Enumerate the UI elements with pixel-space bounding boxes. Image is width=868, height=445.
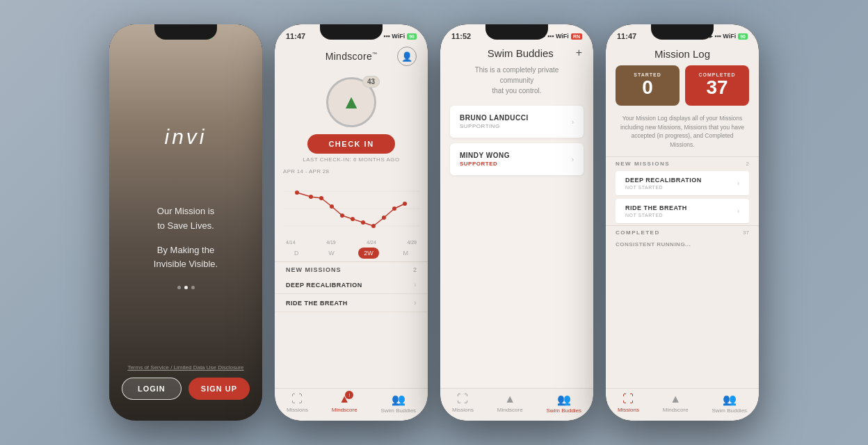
dot-1 bbox=[177, 286, 181, 289]
mission-item-2[interactable]: RIDE THE BREATH › bbox=[275, 294, 428, 312]
started-stat: STARTED 0 bbox=[616, 65, 680, 106]
tab-missions-3[interactable]: ⛶ Missions bbox=[452, 393, 474, 414]
buddy-card-2[interactable]: MINDY WONG SUPPORTED › bbox=[450, 143, 584, 175]
time-3: 11:52 bbox=[451, 32, 471, 40]
missions-icon-3: ⛶ bbox=[457, 393, 468, 405]
buddy-name-1: BRUNO LANDUCCI bbox=[460, 114, 529, 122]
svg-point-8 bbox=[351, 217, 355, 221]
bottom-tab-bar-4: ⛶ Missions ▲ Mindscore 👥 Swim Buddies bbox=[606, 388, 759, 421]
checkin-area: ▲ 43 CHECK IN LAST CHECK-IN: 6 MONTHS AG… bbox=[275, 70, 428, 168]
swim-spacer bbox=[440, 178, 593, 388]
battery-4: 90 bbox=[738, 33, 748, 40]
login-button[interactable]: LOGIN bbox=[122, 378, 182, 400]
started-label: STARTED bbox=[624, 72, 671, 77]
time-4: 11:47 bbox=[617, 32, 636, 40]
completed-section: COMPLETED 37 bbox=[606, 225, 759, 238]
period-d[interactable]: D bbox=[289, 248, 305, 259]
period-w[interactable]: W bbox=[323, 248, 340, 259]
tab-mindscore-4[interactable]: ▲ Mindscore bbox=[663, 393, 689, 414]
notch-2 bbox=[320, 24, 383, 40]
tab-swimbuddies-2[interactable]: 👥 Swim Buddies bbox=[380, 393, 416, 414]
completed-section-count: 37 bbox=[743, 229, 749, 236]
log-item-status-1: NOT STARTED bbox=[625, 185, 702, 190]
mindscore-title: Mindscore™ bbox=[326, 51, 378, 62]
svg-point-6 bbox=[330, 204, 334, 209]
mindscore-icon-3: ▲ bbox=[504, 393, 515, 405]
completed-value: 37 bbox=[693, 77, 741, 99]
log-item-status-2: NOT STARTED bbox=[625, 213, 687, 218]
page-dots bbox=[177, 286, 195, 289]
chart-svg bbox=[283, 177, 419, 240]
bottom-tab-bar-2: ⛶ Missions ▲ ! Mindscore 👥 Swim Buddies bbox=[275, 388, 428, 421]
add-buddy-button[interactable]: + bbox=[576, 47, 582, 59]
period-2w[interactable]: 2W bbox=[358, 248, 379, 259]
svg-point-11 bbox=[382, 216, 386, 220]
swimbuddies-icon-3: 👥 bbox=[557, 393, 571, 406]
buddy-role-1: SUPPORTING bbox=[460, 123, 529, 129]
new-missions-count: 2 bbox=[413, 266, 417, 273]
completed-label: COMPLETED bbox=[693, 72, 741, 77]
chart-area: APR 14 - APR 28 bbox=[275, 168, 428, 245]
started-value: 0 bbox=[624, 77, 671, 99]
new-missions-section: NEW MISSIONS 2 bbox=[275, 261, 428, 276]
swimbuddies-icon-4: 👥 bbox=[723, 393, 737, 406]
period-m[interactable]: M bbox=[397, 248, 414, 259]
swim-header: Swim Buddies + bbox=[440, 44, 593, 62]
svg-point-13 bbox=[403, 202, 407, 206]
stats-row: STARTED 0 COMPLETED 37 bbox=[606, 65, 759, 111]
mission-log-title: Mission Log bbox=[606, 44, 759, 65]
buddy-chevron-1: › bbox=[572, 118, 574, 126]
missions-icon-2: ⛶ bbox=[291, 393, 303, 405]
tab-mindscore-3[interactable]: ▲ Mindscore bbox=[497, 393, 523, 414]
tagline1: Our Mission is to Save Lives. bbox=[157, 204, 214, 234]
notch-4 bbox=[651, 24, 714, 40]
svg-point-12 bbox=[392, 207, 396, 211]
tab-missions-2[interactable]: ⛶ Missions bbox=[287, 393, 308, 414]
chart-date-range: APR 14 - APR 28 bbox=[283, 168, 419, 175]
svg-point-7 bbox=[340, 213, 344, 218]
phone-3: 11:52 ▸ ▪▪▪ WiFi RN Swim Buddies + This … bbox=[440, 24, 593, 421]
tagline2: By Making the Invisible Visible. bbox=[154, 243, 218, 273]
new-missions-title: NEW MISSIONS bbox=[286, 266, 341, 273]
tree-icon: ▲ bbox=[341, 91, 361, 113]
tab-swimbuddies-4[interactable]: 👥 Swim Buddies bbox=[712, 393, 747, 414]
buddy-role-2: SUPPORTED bbox=[460, 161, 510, 167]
tab-swimbuddies-3[interactable]: 👥 Swim Buddies bbox=[546, 393, 581, 414]
status-icons-4: ▸ ▪▪▪ WiFi 90 bbox=[709, 33, 748, 40]
buddy-card-1[interactable]: BRUNO LANDUCCI SUPPORTING › bbox=[450, 106, 584, 138]
time-2: 11:47 bbox=[286, 32, 305, 40]
tab-mindscore-2[interactable]: ▲ ! Mindscore bbox=[332, 393, 357, 414]
score-badge: 43 bbox=[362, 76, 380, 88]
terms-link[interactable]: Terms of Service / Limited Data Use Disc… bbox=[127, 364, 243, 371]
invi-logo: INVI bbox=[164, 125, 207, 149]
checkin-button[interactable]: CHECK IN bbox=[307, 134, 394, 154]
signup-button[interactable]: SIGN UP bbox=[188, 378, 250, 400]
profile-avatar[interactable]: 👤 bbox=[397, 47, 417, 66]
missions-icon-4: ⛶ bbox=[622, 393, 634, 405]
tab-missions-4[interactable]: ⛶ Missions bbox=[618, 393, 639, 414]
log-item-name-1: DEEP RECALIBRATION bbox=[625, 177, 702, 184]
buddy-name-2: MINDY WONG bbox=[460, 152, 510, 159]
buddy-chevron-2: › bbox=[572, 156, 574, 163]
phone2-screen: 11:47 ▪▪▪ WiFi 90 Mindscore™ 👤 ▲ 43 CHEC… bbox=[275, 24, 428, 421]
log-item-2[interactable]: RIDE THE BREATH NOT STARTED › bbox=[616, 199, 749, 224]
completed-section-label: COMPLETED bbox=[616, 229, 660, 236]
phone-2: 11:47 ▪▪▪ WiFi 90 Mindscore™ 👤 ▲ 43 CHEC… bbox=[275, 24, 428, 421]
battery-2: 90 bbox=[407, 33, 417, 40]
log-item-1[interactable]: DEEP RECALIBRATION NOT STARTED › bbox=[616, 171, 749, 196]
svg-point-9 bbox=[361, 220, 365, 225]
completed-stat: COMPLETED 37 bbox=[685, 65, 749, 106]
phone4-screen: 11:47 ▸ ▪▪▪ WiFi 90 Mission Log STARTED … bbox=[606, 24, 759, 421]
svg-point-4 bbox=[309, 195, 313, 199]
svg-point-3 bbox=[295, 191, 299, 195]
notch-1 bbox=[154, 24, 217, 40]
new-missions-title-4: NEW MISSIONS bbox=[616, 161, 670, 167]
phone-4: 11:47 ▸ ▪▪▪ WiFi 90 Mission Log STARTED … bbox=[606, 24, 759, 421]
status-icons-2: ▪▪▪ WiFi 90 bbox=[383, 33, 417, 40]
swimbuddies-icon-2: 👥 bbox=[392, 393, 405, 406]
mission-item-1[interactable]: DEEP RECALIBRATION › bbox=[275, 276, 428, 294]
battery-3: RN bbox=[571, 33, 582, 40]
bottom-tab-bar-3: ⛶ Missions ▲ Mindscore 👥 Swim Buddies bbox=[440, 388, 593, 421]
completed-item-preview[interactable]: CONSISTENT RUNNING... bbox=[606, 238, 759, 250]
phone3-screen: 11:52 ▸ ▪▪▪ WiFi RN Swim Buddies + This … bbox=[440, 24, 593, 421]
